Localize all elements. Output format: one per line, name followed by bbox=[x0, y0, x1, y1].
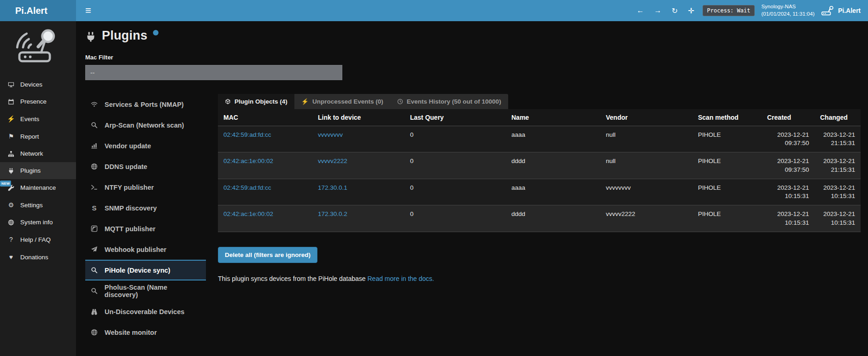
cell-last-query: 0 bbox=[405, 179, 506, 205]
docs-link[interactable]: Read more in the docs. bbox=[368, 275, 434, 282]
plug-icon bbox=[85, 31, 96, 42]
sidebar-item-report[interactable]: ⚑ Report bbox=[0, 128, 76, 145]
sidebar-item-devices[interactable]: Devices bbox=[0, 76, 76, 93]
column-header-link-to-device: Link to device bbox=[312, 109, 405, 126]
cell-scan-method: PIHOLE bbox=[692, 205, 762, 232]
chart-icon bbox=[90, 142, 99, 149]
mac-link[interactable]: 02:42:59:ad:fd:cc bbox=[223, 131, 271, 138]
sidebar-item-plugins[interactable]: Plugins bbox=[0, 162, 76, 179]
cell-link-to-device: vvvvv2222 bbox=[312, 152, 405, 179]
mac-link[interactable]: 02:42:59:ad:fd:cc bbox=[223, 184, 271, 191]
pialert-logo bbox=[0, 21, 76, 76]
paper-plane-icon bbox=[90, 246, 99, 253]
plugin-nav-item-undiscoverable-devices[interactable]: Un-Discoverable Devices bbox=[85, 301, 206, 322]
refresh-button[interactable]: ↻ bbox=[670, 6, 680, 16]
cell-name: dddd bbox=[506, 205, 600, 232]
sidebar-item-help-faq[interactable]: ? Help / FAQ bbox=[0, 231, 76, 248]
globe-icon bbox=[90, 163, 99, 170]
flag-icon: ⚑ bbox=[7, 133, 15, 140]
device-link[interactable]: 172.30.0.1 bbox=[318, 184, 347, 191]
device-link[interactable]: vvvvv2222 bbox=[318, 158, 347, 164]
sidebar-item-maintenance[interactable]: NEW Maintenance bbox=[0, 179, 76, 196]
plugins-help-badge[interactable] bbox=[153, 30, 158, 35]
mac-link[interactable]: 02:42:ac:1e:00:02 bbox=[223, 158, 273, 164]
sidebar-toggle-button[interactable]: ≡ bbox=[76, 0, 100, 21]
cell-changed: 2023-12-21 21:15:31 bbox=[815, 152, 861, 179]
monitor-icon bbox=[7, 82, 15, 88]
arrow-right-icon: → bbox=[654, 6, 662, 15]
cell-created: 2023-12-21 09:37:50 bbox=[762, 152, 815, 179]
arrow-left-icon: ← bbox=[637, 6, 644, 15]
tab-unprocessed-events[interactable]: ⚡ Unprocessed Events (0) bbox=[294, 94, 390, 109]
app-name: Pi.Alert bbox=[838, 7, 861, 14]
sidebar-item-settings[interactable]: ⚙ Settings bbox=[0, 196, 76, 214]
device-link[interactable]: vvvvvvvv bbox=[318, 131, 343, 138]
brand-logo[interactable]: Pi.Alert bbox=[0, 0, 76, 21]
tab-bar: Plugin Objects (4) ⚡ Unprocessed Events … bbox=[218, 94, 508, 109]
tab-plugin-objects[interactable]: Plugin Objects (4) bbox=[218, 94, 294, 109]
mac-filter-input[interactable] bbox=[85, 65, 342, 80]
bolt-icon: ⚡ bbox=[301, 98, 309, 105]
tab-events-history[interactable]: Events History (50 out of 10000) bbox=[390, 94, 508, 109]
mac-link[interactable]: 02:42:ac:1e:00:02 bbox=[223, 210, 273, 217]
plugin-nav-label: Vendor update bbox=[105, 142, 151, 150]
cell-mac: 02:42:ac:1e:00:02 bbox=[218, 205, 312, 232]
globe-icon bbox=[90, 329, 99, 336]
plugin-nav-item-website-monitor[interactable]: Website monitor bbox=[85, 322, 206, 343]
calendar-icon bbox=[7, 99, 15, 105]
delete-all-button[interactable]: Delete all (filters are ignored) bbox=[218, 247, 317, 263]
table-row: 02:42:59:ad:fd:cc 172.30.0.1 0 aaaa vvvv… bbox=[218, 179, 861, 205]
sidebar-item-donations[interactable]: ♥ Donations bbox=[0, 248, 76, 266]
table-row: 02:42:ac:1e:00:02 172.30.0.2 0 dddd vvvv… bbox=[218, 205, 861, 232]
sidebar-item-label: Report bbox=[20, 133, 39, 140]
sidebar-item-label: Presence bbox=[20, 98, 47, 105]
plugin-nav-item-snmp-discovery[interactable]: S SNMP discovery bbox=[85, 198, 206, 218]
plugin-nav-label: DDNS update bbox=[105, 163, 147, 170]
table-row: 02:42:59:ad:fd:cc vvvvvvvv 0 aaaa null P… bbox=[218, 126, 861, 152]
plugin-nav-item-services-ports-nmap[interactable]: Services & Ports (NMAP) bbox=[85, 94, 206, 115]
sidebar-item-system-info[interactable]: System info bbox=[0, 214, 76, 231]
cell-changed: 2023-12-21 10:15:31 bbox=[815, 205, 861, 232]
column-header-changed: Changed bbox=[815, 109, 861, 126]
host-info: Synology-NAS (01/01/2024, 11:31:04) bbox=[761, 3, 815, 18]
cell-mac: 02:42:59:ad:fd:cc bbox=[218, 126, 312, 152]
cell-vendor: vvvvv2222 bbox=[600, 205, 692, 232]
cell-mac: 02:42:ac:1e:00:02 bbox=[218, 152, 312, 179]
sidebar-item-presence[interactable]: Presence bbox=[0, 93, 76, 110]
plugin-objects-table: MAC Link to device Last Query Name Vendo… bbox=[218, 109, 861, 232]
page-header: Plugins bbox=[85, 29, 861, 43]
plugin-nav-item-ntfy-publisher[interactable]: NTFY publisher bbox=[85, 177, 206, 198]
cell-last-query: 0 bbox=[405, 205, 506, 232]
plugin-nav-item-vendor-update[interactable]: Vendor update bbox=[85, 135, 206, 156]
plugin-nav-label: Un-Discoverable Devices bbox=[105, 308, 184, 315]
sidebar-menu: Devices Presence ⚡ Events ⚑ Report Netwo… bbox=[0, 76, 76, 266]
cell-vendor: null bbox=[600, 152, 692, 179]
column-header-mac: MAC bbox=[218, 109, 312, 126]
cube-icon bbox=[225, 99, 231, 105]
search-icon bbox=[90, 267, 99, 274]
gear-icon: ⚙ bbox=[7, 201, 15, 209]
plug-icon bbox=[7, 168, 15, 174]
cell-name: aaaa bbox=[506, 126, 600, 152]
nav-back-button[interactable]: ← bbox=[635, 6, 646, 16]
plugin-nav-item-arp-scan[interactable]: Arp-Scan (Network scan) bbox=[85, 115, 206, 135]
device-link[interactable]: 172.30.0.2 bbox=[318, 210, 347, 217]
column-header-scan-method: Scan method bbox=[692, 109, 762, 126]
table-row: 02:42:ac:1e:00:02 vvvvv2222 0 dddd null … bbox=[218, 152, 861, 179]
binoculars-icon bbox=[90, 308, 99, 315]
plugin-nav-item-webhook-publisher[interactable]: Webhook publisher bbox=[85, 239, 206, 260]
plugin-nav-item-mqtt-publisher[interactable]: MQTT publisher bbox=[85, 218, 206, 239]
sidebar-item-network[interactable]: Network bbox=[0, 145, 76, 162]
plugin-nav-item-pihole-device-sync[interactable]: PiHole (Device sync) bbox=[85, 260, 206, 280]
sidebar-item-label: Help / FAQ bbox=[20, 236, 51, 243]
cell-last-query: 0 bbox=[405, 152, 506, 179]
hamburger-icon: ≡ bbox=[85, 6, 91, 16]
nav-forward-button[interactable]: → bbox=[652, 6, 663, 16]
plugin-nav-item-pholus-scan[interactable]: Pholus-Scan (Name discovery) bbox=[85, 280, 206, 301]
fullscreen-move-button[interactable]: ✛ bbox=[686, 6, 696, 16]
plugin-description-text: This plugin syncs devices from the PiHol… bbox=[218, 275, 366, 282]
plugin-nav-label: SNMP discovery bbox=[105, 204, 157, 212]
sidebar-item-events[interactable]: ⚡ Events bbox=[0, 110, 76, 128]
sidebar-item-label: Donations bbox=[20, 254, 48, 261]
plugin-nav-item-ddns-update[interactable]: DDNS update bbox=[85, 156, 206, 177]
